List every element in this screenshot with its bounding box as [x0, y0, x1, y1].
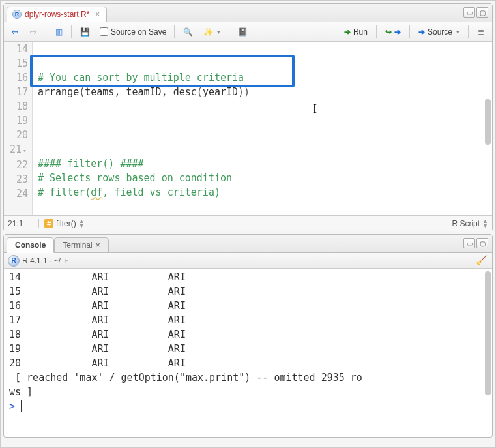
- section-breadcrumb[interactable]: # filter() ▲▼: [44, 219, 441, 228]
- console-tabbar: Console Terminal × ▭ ▢: [4, 235, 492, 253]
- source-on-save-toggle[interactable]: Source on Save: [97, 25, 169, 39]
- code-line: # Selects rows based on condition: [38, 172, 232, 184]
- r-logo-icon: R: [8, 255, 20, 267]
- run-label: Run: [353, 27, 368, 37]
- pane-window-controls: ▭ ▢: [463, 238, 488, 248]
- line-gutter: 1415161718192021▾222324: [4, 42, 33, 215]
- language-selector[interactable]: R Script ▲▼: [446, 219, 488, 228]
- outline-button[interactable]: ≣: [474, 25, 488, 39]
- updown-icon[interactable]: ▲▼: [79, 219, 85, 228]
- r-file-icon: R: [12, 10, 22, 19]
- code-line: #### filter() ####: [38, 158, 144, 170]
- console-header: R R 4.1.1 · ~/ ⪢ 🧹: [4, 253, 492, 269]
- source-pane: R dplyr-rows-start.R* × ▭ ▢ ⇦ ⇨ ▥ 💾 Sour…: [3, 3, 493, 231]
- tab-terminal-label: Terminal: [63, 241, 92, 250]
- editor-tab[interactable]: R dplyr-rows-start.R* ×: [7, 7, 107, 22]
- tab-console-label: Console: [15, 241, 46, 250]
- find-button[interactable]: 🔍: [180, 25, 196, 39]
- tab-console[interactable]: Console: [7, 237, 54, 253]
- maximize-pane-icon[interactable]: ▢: [476, 238, 488, 248]
- code-line: # You can sort by multiple criteria: [38, 72, 244, 83]
- back-button[interactable]: ⇦: [8, 25, 22, 39]
- console-row: 16 ARI ARI: [9, 300, 186, 312]
- console-row: 20 ARI ARI: [9, 357, 186, 369]
- tab-terminal[interactable]: Terminal ×: [54, 237, 108, 253]
- editor-tab-filename: dplyr-rows-start.R*: [25, 10, 89, 19]
- section-name: filter(): [56, 219, 76, 228]
- console-row: 15 ARI ARI: [9, 286, 186, 297]
- console-row: 18 ARI ARI: [9, 329, 186, 340]
- console-pane: Console Terminal × ▭ ▢ R R 4.1.1 · ~/ ⪢ …: [3, 234, 493, 438]
- editor-tabbar: R dplyr-rows-start.R* × ▭ ▢: [4, 4, 492, 22]
- close-icon[interactable]: ×: [95, 10, 100, 19]
- editor-statusbar: 21:1 # filter() ▲▼ R Script ▲▼: [4, 215, 492, 231]
- chevron-right-icon[interactable]: ⪢: [63, 257, 70, 264]
- pane-window-controls: ▭ ▢: [463, 7, 488, 18]
- console-scrollbar-thumb[interactable]: [485, 271, 491, 395]
- source-on-save-checkbox[interactable]: [100, 27, 108, 36]
- console-env-label: R 4.1.1 · ~/: [22, 256, 61, 265]
- console-prompt[interactable]: >: [9, 400, 21, 412]
- editor-body[interactable]: 1415161718192021▾222324 # You can sort b…: [4, 42, 492, 215]
- source-on-save-label: Source on Save: [111, 27, 166, 37]
- minimize-pane-icon[interactable]: ▭: [463, 7, 475, 18]
- close-icon[interactable]: ×: [96, 241, 100, 250]
- code-tools-button[interactable]: ✨▾: [200, 25, 224, 39]
- text-cursor-icon: I: [313, 102, 317, 116]
- show-in-new-window-button[interactable]: ▥: [51, 25, 66, 39]
- source-label: Source: [428, 27, 452, 37]
- section-icon: #: [44, 219, 53, 228]
- save-button[interactable]: 💾: [77, 25, 93, 39]
- forward-button[interactable]: ⇨: [26, 25, 40, 39]
- editor-scrollbar-thumb[interactable]: [485, 99, 491, 145]
- code-area[interactable]: # You can sort by multiple criteria arra…: [33, 42, 492, 215]
- maximize-pane-icon[interactable]: ▢: [476, 7, 488, 18]
- run-button[interactable]: ➔Run: [341, 25, 371, 39]
- cursor-position: 21:1: [8, 219, 39, 228]
- clear-console-icon[interactable]: 🧹: [476, 255, 487, 265]
- console-row: 19 ARI ARI: [9, 343, 186, 355]
- source-button[interactable]: ➔Source ▾: [415, 25, 463, 39]
- console-output[interactable]: 14 ARI ARI 15 ARI ARI 16 ARI ARI 17 ARI …: [4, 269, 492, 437]
- compile-report-button[interactable]: 📓: [235, 25, 251, 39]
- console-trailer: [ reached 'max' / getOption("max.print")…: [9, 372, 362, 398]
- language-label: R Script: [452, 219, 480, 228]
- minimize-pane-icon[interactable]: ▭: [463, 238, 475, 248]
- rerun-button[interactable]: ↪➔: [382, 25, 404, 39]
- editor-toolbar: ⇦ ⇨ ▥ 💾 Source on Save 🔍 ✨▾ 📓 ➔Run ↪➔ ➔S…: [4, 22, 492, 42]
- console-row: 14 ARI ARI: [9, 271, 186, 283]
- console-row: 17 ARI ARI: [9, 314, 186, 326]
